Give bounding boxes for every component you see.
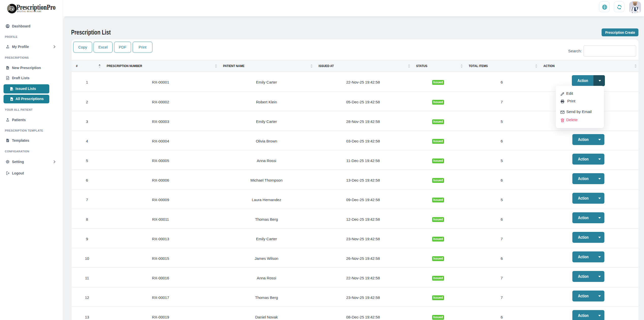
- svg-text:P: P: [11, 7, 13, 11]
- svg-text:x: x: [8, 68, 9, 69]
